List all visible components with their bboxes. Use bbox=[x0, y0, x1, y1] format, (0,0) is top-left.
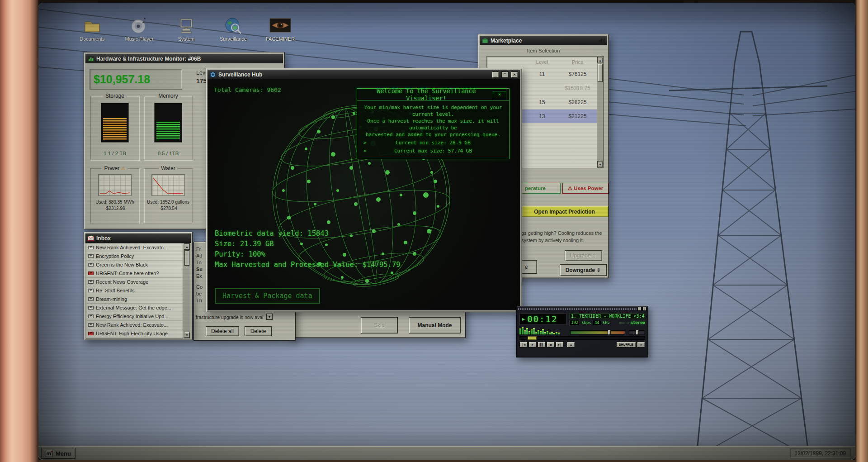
play-button[interactable]: ▶ bbox=[528, 342, 537, 348]
marketplace-icon bbox=[482, 38, 488, 43]
balance-thumb[interactable] bbox=[636, 330, 639, 335]
min-size-row: > Current min size: 28.9 GB bbox=[362, 139, 505, 146]
email-row[interactable]: Re: Staff Benefits bbox=[86, 286, 183, 295]
desktop-icon-surveillance[interactable]: Surveillance bbox=[215, 16, 252, 42]
maximize-button[interactable]: □ bbox=[501, 71, 509, 78]
email-row[interactable]: New Rank Achieved: Excavato... bbox=[86, 321, 183, 329]
window-title: Surveillance Hub bbox=[218, 71, 490, 78]
inbox-titlebar[interactable]: Inbox bbox=[85, 233, 191, 243]
upgrade-button[interactable]: Upgrade ⇧ bbox=[565, 250, 602, 261]
balance-display: $10,957.18 bbox=[90, 69, 182, 90]
bullet-glyph: > bbox=[362, 148, 370, 154]
delete-all-button[interactable]: Delete all bbox=[206, 326, 239, 336]
list-header: Level Price bbox=[487, 57, 604, 67]
inbox-scrollbar[interactable]: ▲ ▼ bbox=[184, 243, 190, 338]
email-row[interactable]: Green is the New Black bbox=[86, 261, 183, 269]
item-price: $76125 bbox=[557, 71, 598, 77]
desktop-icon-faceminer[interactable]: FACEMINER bbox=[262, 16, 299, 42]
scroll-up-button[interactable]: ▲ bbox=[184, 243, 190, 250]
titlebar-grip bbox=[518, 308, 637, 310]
memory-group: Memory 0.5 / 1TB bbox=[144, 96, 193, 160]
dialog-close-button[interactable]: × bbox=[493, 91, 506, 98]
email-row[interactable]: Recent News Coverage bbox=[86, 278, 183, 286]
balance-slider[interactable] bbox=[629, 330, 645, 334]
previous-button[interactable]: |◀ bbox=[519, 342, 528, 348]
power-chart bbox=[98, 174, 132, 196]
repeat-button[interactable]: ⇄ bbox=[637, 342, 645, 348]
scroll-down-button[interactable]: ▼ bbox=[597, 161, 603, 167]
email-subject: Re: Staff Benefits bbox=[96, 288, 134, 293]
email-row[interactable]: Energy Efficiency Initiative Upd... bbox=[86, 312, 183, 321]
marketplace-titlebar[interactable]: Marketplace bbox=[480, 36, 607, 45]
surveillance-hub-icon bbox=[210, 72, 216, 77]
skip-button[interactable]: Skip bbox=[361, 317, 398, 333]
taskbar: Menu 12/02/1999, 22:31:09 bbox=[38, 446, 855, 460]
seek-thumb[interactable] bbox=[528, 336, 537, 340]
email-row-urgent[interactable]: URGENT: High Electricity Usage bbox=[86, 329, 183, 338]
inbox-icon bbox=[88, 236, 94, 241]
inbox-window: Inbox New Rank Achieved: Excavato... Enc… bbox=[84, 232, 193, 340]
manual-mode-button[interactable]: Manual Mode bbox=[409, 317, 461, 333]
biometric-yield: Biometric data yield: 15843 bbox=[215, 229, 401, 239]
seek-bar[interactable] bbox=[519, 336, 645, 340]
memory-value: 0.5 / 1TB bbox=[144, 151, 192, 156]
volume-thumb[interactable] bbox=[608, 330, 611, 335]
minimize-button[interactable]: _ bbox=[492, 71, 499, 78]
menu-button[interactable]: Menu bbox=[41, 448, 75, 459]
email-subject: URGENT: Come here often? bbox=[96, 271, 159, 276]
speaker-icon[interactable] bbox=[599, 38, 605, 43]
desktop-icon-music-player[interactable]: ♪ Music Player bbox=[121, 16, 158, 42]
pause-button[interactable]: ▌▌ bbox=[538, 342, 546, 348]
transport-controls: |◀ ▶ ▌▌ ■ ▶| ▲ SHUFFLE ⇄ bbox=[519, 342, 645, 349]
total-cameras-label: Total Cameras: 9602 bbox=[214, 86, 281, 93]
power-warning-icon: ⚠ bbox=[121, 166, 126, 171]
mono-indicator: mono bbox=[619, 320, 629, 325]
close-button[interactable]: × bbox=[511, 71, 518, 78]
time-display: ▶ 00:12 bbox=[519, 313, 566, 325]
eject-button[interactable]: ▲ bbox=[567, 342, 575, 348]
desktop-icon-documents[interactable]: Documents bbox=[74, 16, 111, 42]
item-price: $15318.75 bbox=[557, 85, 598, 91]
email-row[interactable]: Encryption Policy bbox=[86, 252, 183, 261]
storage-label: Storage bbox=[103, 93, 127, 99]
surveillance-titlebar[interactable]: Surveillance Hub _ □ × bbox=[208, 70, 520, 79]
delete-button[interactable]: Delete bbox=[245, 326, 272, 336]
downgrade-button[interactable]: Downgrade ⇩ bbox=[560, 264, 607, 276]
scroll-up-button[interactable]: ▲ bbox=[597, 57, 603, 63]
globe-magnifier-icon bbox=[223, 16, 243, 34]
desktop-icon-label: Surveillance bbox=[220, 36, 247, 42]
hardware-monitor-titlebar[interactable]: Hardware & Infrastructure Monitor: #06B bbox=[85, 54, 283, 63]
email-subject: New Rank Achieved: Excavato... bbox=[96, 245, 168, 250]
player-titlebar[interactable]: _ × bbox=[517, 306, 648, 311]
min-size-value: Current min size: 28.9 GB bbox=[370, 139, 505, 146]
folder-icon bbox=[82, 16, 102, 34]
menu-label: Menu bbox=[56, 450, 71, 457]
scroll-thumb[interactable] bbox=[184, 250, 189, 266]
scroll-thumb[interactable] bbox=[598, 64, 603, 82]
marketplace-scrollbar[interactable]: ▲ ▼ bbox=[597, 57, 604, 168]
storage-value: 1.1 / 2 TB bbox=[91, 151, 139, 156]
scroll-down-button[interactable]: ▼ bbox=[184, 332, 190, 338]
player-body: ▶ 00:12 1. TEKRIDER - WORKLIFE <3:48> 19… bbox=[517, 311, 648, 349]
water-cost: -$278.54 bbox=[144, 206, 192, 211]
mail-scroll-down-button[interactable]: ▼ bbox=[266, 314, 273, 320]
email-row[interactable]: Dream-mining bbox=[86, 295, 183, 304]
shuffle-button[interactable]: SHUFFLE bbox=[616, 342, 636, 348]
spectrum-analyzer bbox=[519, 327, 566, 334]
envelope-icon bbox=[88, 297, 94, 301]
stop-button[interactable]: ■ bbox=[547, 342, 555, 348]
player-close-button[interactable]: × bbox=[642, 307, 646, 311]
taskbar-clock: 12/02/1999, 22:31:09 bbox=[790, 448, 851, 458]
next-button[interactable]: ▶| bbox=[556, 342, 564, 348]
email-row[interactable]: New Rank Achieved: Excavato... bbox=[86, 243, 183, 252]
uses-power-badge: ⚠ Uses Power bbox=[562, 183, 609, 194]
volume-slider[interactable] bbox=[570, 330, 625, 334]
open-impact-prediction-button[interactable]: Open Impact Prediction bbox=[520, 206, 609, 217]
email-row[interactable]: External Message: Get the edge... bbox=[86, 304, 183, 312]
harvest-package-button[interactable]: Harvest & Package data bbox=[215, 288, 320, 304]
envelope-icon bbox=[88, 246, 94, 249]
player-minimize-button[interactable]: _ bbox=[637, 307, 642, 311]
desktop-icon-system[interactable]: System bbox=[168, 16, 205, 42]
email-row-urgent[interactable]: URGENT: Come here often? bbox=[86, 269, 183, 278]
email-subject: Green is the New Black bbox=[96, 262, 148, 267]
